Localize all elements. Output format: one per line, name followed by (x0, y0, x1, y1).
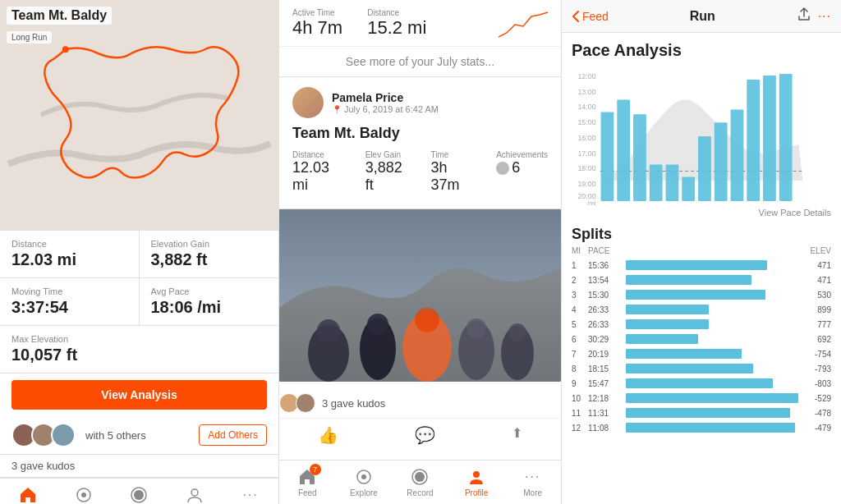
nav-profile-middle[interactable]: Profile (448, 460, 505, 504)
panel-right: Feed Run ··· Pace Analysis 12:00 13:00 1… (562, 0, 841, 504)
svg-rect-35 (617, 100, 630, 201)
distance-banner: Distance 15.2 mi (367, 8, 426, 41)
pace-analysis-title: Pace Analysis (572, 41, 831, 60)
nav-record-left[interactable]: Record (112, 479, 168, 504)
nav-explore-left[interactable]: Explore (56, 479, 112, 504)
svg-text:17:00: 17:00 (577, 149, 595, 158)
svg-rect-42 (731, 109, 744, 201)
view-analysis-button[interactable]: View Analysis (11, 380, 267, 410)
add-others-button[interactable]: Add Others (199, 424, 267, 446)
split-elev-value: -529 (798, 394, 831, 403)
split-bar-container (626, 393, 798, 403)
svg-point-21 (415, 472, 425, 482)
nav-record-middle[interactable]: Record (392, 460, 448, 504)
back-label: Feed (582, 10, 609, 23)
svg-text:13:00: 13:00 (577, 88, 595, 96)
elev-gain-label: Elevation Gain (151, 239, 268, 249)
activity-title: Team Mt. Baldy (292, 125, 548, 142)
nav-more-left[interactable]: ··· More (223, 479, 278, 504)
more-dots-button[interactable]: ··· (818, 9, 831, 24)
moving-time-value: 3:37:54 (11, 298, 127, 317)
home-icon (18, 485, 38, 504)
split-row: 915:47-803 (572, 377, 831, 390)
profile-icon-middle (466, 467, 486, 487)
elev-gain-stat: Elevation Gain 3,882 ft (140, 231, 279, 278)
split-mi-num: 12 (572, 424, 588, 433)
split-bar-container (626, 408, 798, 418)
svg-text:15:00: 15:00 (577, 118, 595, 126)
split-mi-num: 6 (572, 335, 588, 344)
pace-chart-area: 12:00 13:00 14:00 15:00 16:00 17:00 18:0… (572, 66, 831, 206)
svg-rect-38 (666, 165, 679, 201)
svg-rect-37 (650, 165, 663, 201)
split-bar (626, 408, 790, 418)
split-elev-value: -793 (798, 364, 831, 373)
back-button[interactable]: Feed (572, 10, 609, 23)
split-bar (626, 393, 798, 403)
nav-feed-left[interactable]: Feed (0, 479, 56, 504)
split-pace-value: 11:08 (588, 424, 626, 433)
share-button[interactable] (797, 7, 811, 25)
like-icon[interactable]: 👍 (318, 425, 338, 445)
nav-profile-left[interactable]: Profile (167, 479, 223, 504)
kudos-avatar-2 (296, 393, 315, 413)
split-bar-container (626, 378, 798, 388)
kudos-row-middle: 3 gave kudos (279, 388, 561, 419)
nav-explore-middle[interactable]: Explore (336, 460, 393, 504)
svg-rect-41 (715, 122, 728, 201)
kudos-count-middle: 3 gave kudos (322, 397, 385, 410)
split-pace-value: 12:18 (588, 394, 626, 403)
split-bar-container (626, 319, 798, 329)
avatar-group (11, 423, 71, 447)
split-pace-value: 20:19 (588, 350, 626, 359)
action-row: 👍 💬 ⬆ (279, 419, 561, 451)
svg-rect-36 (633, 114, 646, 201)
more-icon-middle: ··· (523, 467, 543, 487)
nav-feed-middle[interactable]: Feed 7 (279, 460, 336, 504)
svg-text:19:00: 19:00 (577, 180, 595, 188)
others-row: with 5 others Add Others (0, 416, 278, 455)
explore-icon (74, 485, 94, 504)
panel-middle: Active Time 4h 7m Distance 15.2 mi See m… (279, 0, 562, 504)
split-row: 818:15-793 (572, 362, 831, 375)
split-bar (626, 378, 773, 388)
split-mi-num: 11 (572, 409, 588, 418)
split-row: 213:54471 (572, 273, 831, 286)
split-elev-value: 899 (798, 305, 831, 314)
top-nav-actions: ··· (797, 7, 831, 25)
avg-pace-stat: Avg Pace 18:06 /mi (140, 278, 279, 326)
svg-rect-40 (698, 136, 711, 201)
split-bar-container (626, 423, 798, 433)
split-mi-num: 4 (572, 305, 588, 314)
split-bar (626, 305, 709, 314)
avatar-3 (51, 423, 76, 447)
feed-badge: 7 (310, 464, 321, 475)
split-bar (626, 364, 753, 373)
split-row: 1211:08-479 (572, 421, 831, 434)
split-pace-value: 15:47 (588, 379, 626, 388)
svg-text:14:00: 14:00 (577, 103, 595, 111)
view-pace-details[interactable]: View Pace Details (572, 206, 831, 222)
nav-more-middle[interactable]: ··· More (504, 460, 561, 504)
splits-col-pace: PACE (588, 246, 629, 255)
activity-photo (279, 209, 561, 382)
split-row: 720:19-754 (572, 347, 831, 360)
share-icon-middle[interactable]: ⬆ (512, 425, 522, 445)
max-elev-value: 10,057 ft (11, 346, 267, 364)
record-icon (129, 485, 149, 504)
svg-point-22 (473, 471, 480, 478)
active-time-banner: Active Time 4h 7m (292, 8, 342, 41)
see-more-bar[interactable]: See more of your July stats... (279, 47, 561, 77)
splits-title: Splits (572, 226, 831, 243)
splits-col-elev: ELEV (798, 246, 831, 255)
comment-icon[interactable]: 💬 (415, 425, 435, 445)
bottom-nav-middle: Feed 7 Explore Record Profile ··· More (279, 460, 561, 504)
activity-card: Pamela Price 📍 July 6, 2019 at 6:42 AM T… (279, 77, 561, 209)
distance-banner-value: 15.2 mi (367, 17, 426, 39)
user-name: Pamela Price (332, 91, 439, 104)
split-row: 630:29692 (572, 332, 831, 346)
split-bar-container (626, 334, 798, 344)
moving-time-label: Moving Time (11, 286, 127, 296)
moving-time-stat: Moving Time 3:37:54 (0, 278, 140, 326)
user-info: Pamela Price 📍 July 6, 2019 at 6:42 AM (332, 91, 439, 114)
